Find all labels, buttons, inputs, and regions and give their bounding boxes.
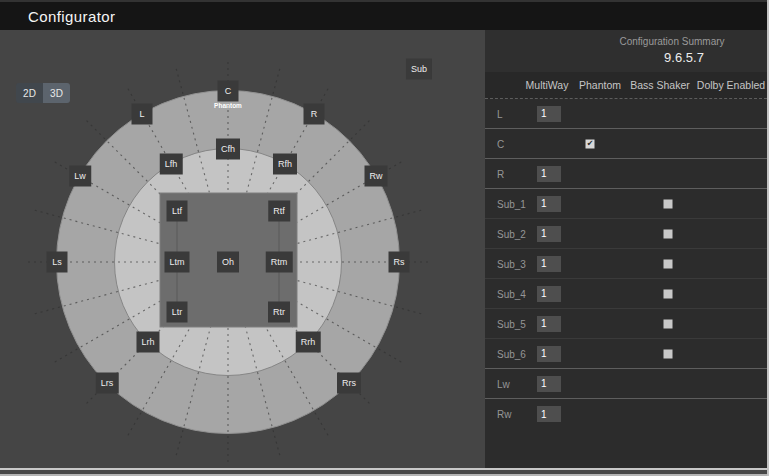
table-row: Sub_5 [485,309,767,339]
column-header-bass-shaker: Bass Shaker [630,79,690,91]
table-row: Sub_4 [485,279,767,309]
table-row: Sub_3 [485,249,767,279]
multiway-input[interactable] [537,316,561,332]
column-header-phantom: Phantom [579,79,621,91]
summary-version: 9.6.5.7 [664,50,704,65]
main-area: CPhantomLRLwRwLsRsLrsRrsCfhLfhRfhLrhRrhL… [0,30,767,468]
speaker-node-r[interactable]: R [304,104,325,125]
multiway-input[interactable] [537,406,561,422]
speaker-node-c[interactable]: CPhantom [218,81,239,102]
multiway-input[interactable] [537,256,561,272]
speaker-node-cfh[interactable]: Cfh [216,139,240,160]
bass-shaker-checkbox[interactable] [664,349,673,358]
table-row: R [485,159,767,189]
row-label: Sub_1 [497,198,526,209]
multiway-input[interactable] [537,376,561,392]
speaker-node-lw[interactable]: Lw [69,166,91,187]
table-body: LC✔RSub_1Sub_2Sub_3Sub_4Sub_5Sub_6LwRw [485,99,767,429]
speaker-node-rtm[interactable]: Rtm [266,252,293,273]
app-title: Configurator [0,8,115,25]
bass-shaker-checkbox[interactable] [664,259,673,268]
table-row: L [485,99,767,129]
multiway-input[interactable] [537,286,561,302]
speaker-node-rfh[interactable]: Rfh [273,154,297,175]
speaker-node-rw[interactable]: Rw [365,166,388,187]
view-3d-button[interactable]: 3D [43,83,70,103]
configuration-panel: Configuration Summary 9.6.5.7 MultiWayPh… [485,30,767,468]
view-mode-toggle: 2D 3D [16,83,70,103]
speaker-node-lrs[interactable]: Lrs [96,373,119,394]
row-label: L [497,108,503,119]
speaker-node-oh[interactable]: Oh [217,252,239,273]
table-header: MultiWayPhantomBass ShakerDolby Enabled [485,72,767,99]
table-row: Sub_6 [485,339,767,369]
column-header-dolby-enabled: Dolby Enabled [697,79,765,91]
speaker-node-rtr[interactable]: Rtr [268,302,290,323]
row-label: Lw [497,378,510,389]
row-label: Rw [497,409,511,420]
bass-shaker-checkbox[interactable] [664,319,673,328]
configuration-summary: Configuration Summary 9.6.5.7 [485,30,767,72]
column-header-multiway: MultiWay [526,79,569,91]
row-label: Sub_2 [497,228,526,239]
speaker-layout-stage: CPhantomLRLwRwLsRsLrsRrsCfhLfhRfhLrhRrhL… [0,30,485,468]
table-row: Rw [485,399,767,429]
table-row: Lw [485,369,767,399]
speaker-node-rrs[interactable]: Rrs [337,373,361,394]
configurator-window: Configurator CPhantomLRLwRwLsRsLrsRrsCfh… [0,0,769,476]
table-row: C✔ [485,129,767,159]
speaker-node-ltm[interactable]: Ltm [164,252,189,273]
bass-shaker-checkbox[interactable] [664,199,673,208]
speaker-node-rs[interactable]: Rs [389,252,410,273]
table-row: Sub_2 [485,219,767,249]
phantom-checkbox[interactable]: ✔ [586,139,595,148]
speaker-node-sub[interactable]: Sub [406,59,432,80]
multiway-input[interactable] [537,166,561,182]
row-label: Sub_3 [497,258,526,269]
speaker-node-rtf[interactable]: Rtf [268,201,290,222]
multiway-input[interactable] [537,106,561,122]
multiway-input[interactable] [537,346,561,362]
app-title-bar: Configurator [0,0,767,30]
speaker-sublabel-c: Phantom [214,103,242,110]
speaker-node-lfh[interactable]: Lfh [160,154,183,175]
window-bottom-frame [0,468,767,476]
summary-title: Configuration Summary [619,36,724,47]
bass-shaker-checkbox[interactable] [664,229,673,238]
speaker-node-ls[interactable]: Ls [47,252,68,273]
row-label: Sub_6 [497,348,526,359]
speaker-node-l[interactable]: L [132,104,153,125]
speaker-node-lrh[interactable]: Lrh [136,332,159,353]
row-label: Sub_4 [497,288,526,299]
speaker-node-ltr[interactable]: Ltr [167,302,188,323]
row-label: R [497,168,504,179]
speaker-node-ltf[interactable]: Ltf [167,201,188,222]
multiway-input[interactable] [537,196,561,212]
view-2d-button[interactable]: 2D [16,83,43,103]
row-label: C [497,138,504,149]
speaker-layout-diagram [0,30,485,468]
speaker-node-rrh[interactable]: Rrh [296,332,321,353]
bass-shaker-checkbox[interactable] [664,289,673,298]
multiway-input[interactable] [537,226,561,242]
row-label: Sub_5 [497,318,526,329]
table-row: Sub_1 [485,189,767,219]
